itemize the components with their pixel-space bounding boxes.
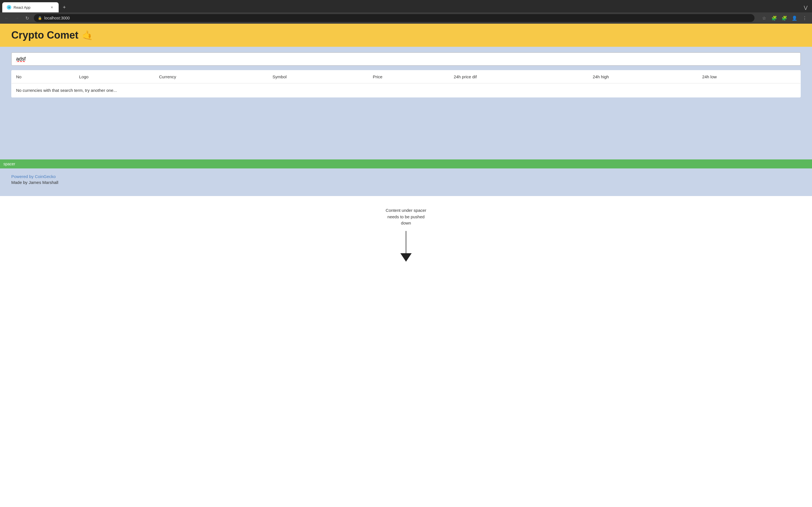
col-currency: Currency xyxy=(154,70,268,83)
table-body: No currencies with that search term, try… xyxy=(11,83,801,98)
table-header-row: No Logo Currency Symbol Price 24h price … xyxy=(11,70,801,83)
col-24h-high: 24h high xyxy=(588,70,698,83)
arrow-head xyxy=(400,253,412,262)
url-text: localhost:3000 xyxy=(44,16,70,20)
arrow-note: Content under spacer needs to be pushed … xyxy=(386,207,426,226)
extension-btn-1[interactable]: 🧩 xyxy=(770,14,778,22)
bookmark-button[interactable]: ☆ xyxy=(760,14,768,22)
table-header: No Logo Currency Symbol Price 24h price … xyxy=(11,70,801,83)
new-tab-button[interactable]: + xyxy=(60,3,69,12)
note-line1: Content under spacer xyxy=(386,208,426,213)
col-24h-low: 24h low xyxy=(698,70,801,83)
spacer-bar: spacer xyxy=(0,159,812,168)
no-results-row: No currencies with that search term, try… xyxy=(11,83,801,98)
reload-button[interactable]: ↻ xyxy=(24,15,31,21)
tab-favicon: ⚛ xyxy=(7,5,11,10)
below-spacer: Content under spacer needs to be pushed … xyxy=(0,196,812,309)
search-input[interactable] xyxy=(11,52,801,66)
extension-btn-2[interactable]: 🧩 xyxy=(780,14,788,22)
note-line2: needs to be pushed xyxy=(388,214,424,219)
browser-chrome: ⚛ React App × + ⋁ ← → ↻ 🔒 localhost:3000… xyxy=(0,0,812,24)
tab-bar: ⚛ React App × + ⋁ xyxy=(0,0,812,12)
spacer-label: spacer xyxy=(3,162,15,166)
col-symbol: Symbol xyxy=(268,70,368,83)
down-arrow xyxy=(400,231,412,262)
app-header: Crypto Comet 🤙 xyxy=(0,24,812,47)
comet-icon: 🤙 xyxy=(82,30,93,41)
arrow-shaft xyxy=(406,231,406,253)
app-title: Crypto Comet xyxy=(11,29,79,41)
lock-icon: 🔒 xyxy=(38,16,42,20)
note-line3: down xyxy=(401,221,411,225)
col-24h-price-dif: 24h price dif xyxy=(449,70,588,83)
browser-tab[interactable]: ⚛ React App × xyxy=(2,2,59,12)
footer: Powered by CoinGecko Made by James Marsh… xyxy=(0,168,812,196)
col-no: No xyxy=(11,70,75,83)
url-bar[interactable]: 🔒 localhost:3000 xyxy=(34,14,755,22)
footer-powered-by: Powered by CoinGecko xyxy=(11,174,801,179)
col-logo: Logo xyxy=(75,70,154,83)
col-price: Price xyxy=(368,70,449,83)
forward-button[interactable]: → xyxy=(13,15,20,21)
tab-title: React App xyxy=(13,5,47,10)
footer-made-by: Made by James Marshall xyxy=(11,180,801,185)
menu-button[interactable]: ⋮ xyxy=(801,14,809,22)
profile-button[interactable]: 👤 xyxy=(791,14,799,22)
no-results-message: No currencies with that search term, try… xyxy=(11,83,801,98)
browser-actions: ☆ 🧩 🧩 👤 ⋮ xyxy=(760,14,809,22)
tab-menu-button[interactable]: ⋁ xyxy=(802,3,810,12)
back-button[interactable]: ← xyxy=(3,15,10,21)
crypto-table: No Logo Currency Symbol Price 24h price … xyxy=(11,70,801,98)
address-bar: ← → ↻ 🔒 localhost:3000 ☆ 🧩 🧩 👤 ⋮ xyxy=(0,12,812,24)
app-body: No Logo Currency Symbol Price 24h price … xyxy=(0,47,812,159)
tab-close-button[interactable]: × xyxy=(50,5,54,10)
